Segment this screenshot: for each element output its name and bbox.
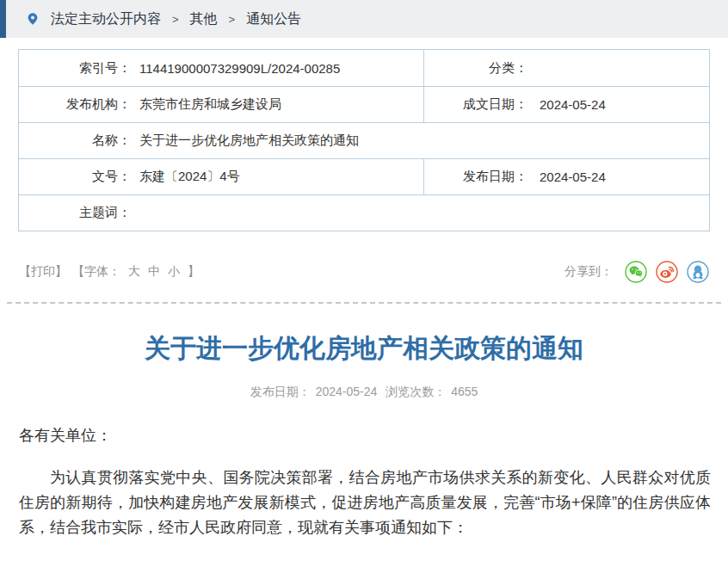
font-size-label: 【字体： — [72, 264, 120, 280]
publish-date-meta-label: 发布日期： — [250, 385, 311, 398]
issue-date-label: 成文日期： — [424, 96, 527, 113]
table-row: 文号： 东建〔2024〕4号 发布日期： 2024-05-24 — [19, 158, 709, 194]
table-row: 主题词： — [19, 194, 709, 231]
print-button[interactable]: 【打印】 — [19, 264, 67, 280]
qq-share-icon[interactable] — [687, 261, 709, 283]
breadcrumb-separator-icon: > — [172, 13, 179, 26]
table-row: 索引号： 11441900007329909L/2024-00285 分类： — [19, 50, 709, 86]
document-number-label: 文号： — [19, 169, 131, 185]
issuing-agency-value: 东莞市住房和城乡建设局 — [139, 96, 281, 113]
article-toolbar: 【打印】 【字体： 大 中 小 】 分享到： — [19, 261, 709, 283]
publish-date-value: 2024-05-24 — [540, 169, 606, 184]
font-size-medium-button[interactable]: 中 — [148, 264, 160, 280]
article-meta: 发布日期：2024-05-24 浏览次数：4655 — [0, 385, 728, 400]
document-name-label: 名称： — [19, 133, 131, 149]
share-to-label: 分享到： — [565, 264, 613, 280]
views-label: 浏览次数： — [386, 385, 446, 398]
publish-date-meta-value: 2024-05-24 — [316, 385, 378, 398]
location-pin-icon — [26, 10, 40, 28]
weibo-share-icon[interactable] — [656, 261, 678, 283]
subject-words-label: 主题词： — [19, 205, 131, 221]
accent-bar — [0, 0, 6, 38]
index-number-label: 索引号： — [19, 60, 131, 77]
document-number-value: 东建〔2024〕4号 — [139, 169, 240, 185]
publish-date-label: 发布日期： — [424, 169, 527, 185]
table-row: 名称： 关于进一步优化房地产相关政策的通知 — [19, 122, 709, 158]
views-count: 4655 — [451, 385, 478, 398]
page-title: 关于进一步优化房地产相关政策的通知 — [0, 331, 728, 366]
issue-date-value: 2024-05-24 — [540, 97, 606, 112]
salutation: 各有关单位： — [19, 424, 711, 447]
breadcrumb-item-notices[interactable]: 通知公告 — [246, 10, 301, 28]
article-body: 各有关单位： 为认真贯彻落实党中央、国务院决策部署，结合房地产市场供求关系的新变… — [19, 424, 711, 540]
breadcrumb-separator-icon: > — [229, 13, 236, 26]
document-meta-table: 索引号： 11441900007329909L/2024-00285 分类： 发… — [18, 49, 710, 231]
issuing-agency-label: 发布机构： — [19, 96, 131, 113]
category-label: 分类： — [424, 60, 527, 77]
wechat-share-icon[interactable] — [625, 261, 647, 283]
body-paragraph: 为认真贯彻落实党中央、国务院决策部署，结合房地产市场供求关系的新变化、人民群众对… — [19, 465, 711, 540]
font-size-small-button[interactable]: 小 — [168, 264, 180, 280]
document-name-value: 关于进一步优化房地产相关政策的通知 — [139, 133, 359, 149]
table-row: 发布机构： 东莞市住房和城乡建设局 成文日期： 2024-05-24 — [19, 86, 709, 122]
font-size-large-button[interactable]: 大 — [128, 264, 140, 280]
index-number-value: 11441900007329909L/2024-00285 — [139, 61, 340, 76]
font-size-label-close: 】 — [188, 264, 200, 280]
breadcrumb: 法定主动公开内容 > 其他 > 通知公告 — [51, 10, 301, 28]
breadcrumb-item-other[interactable]: 其他 — [190, 10, 218, 28]
dashed-divider — [7, 302, 721, 304]
breadcrumb-bar: 法定主动公开内容 > 其他 > 通知公告 — [0, 0, 728, 38]
breadcrumb-item-legal-disclosure[interactable]: 法定主动公开内容 — [51, 10, 161, 28]
